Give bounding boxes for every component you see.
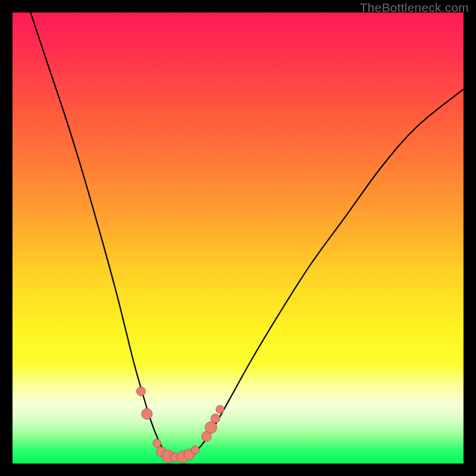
marker-dot — [191, 446, 199, 455]
outer-frame: TheBottleneck.com — [0, 0, 476, 476]
plot-area — [12, 12, 464, 464]
sample-markers — [136, 387, 224, 462]
chart-svg — [12, 12, 464, 464]
marker-dot — [211, 414, 220, 423]
marker-dot — [142, 409, 152, 419]
marker-dot — [136, 387, 145, 396]
bottleneck-curve — [30, 12, 464, 458]
watermark-text: TheBottleneck.com — [360, 1, 469, 15]
marker-dot — [153, 439, 161, 447]
marker-dot — [205, 422, 217, 434]
marker-dot — [216, 405, 224, 414]
